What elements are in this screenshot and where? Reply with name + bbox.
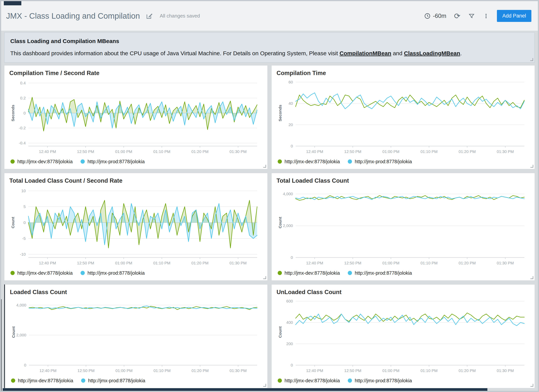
- svg-text:01:20 PM: 01:20 PM: [459, 368, 476, 373]
- legend-item-dev[interactable]: http://jmx-dev:8778/jolokia: [10, 159, 72, 164]
- add-panel-button[interactable]: Add Panel: [497, 10, 531, 22]
- svg-text:01:30 PM: 01:30 PM: [230, 149, 247, 154]
- legend-item-prod[interactable]: http://jmx-prod:8778/jolokia: [81, 378, 145, 383]
- svg-text:Count: Count: [278, 326, 282, 338]
- legend-item-prod[interactable]: http://jmx-prod:8778/jolokia: [348, 270, 412, 276]
- panel-title: Total Loaded Class Count / Second Rate: [9, 177, 262, 184]
- info-body: This dashboard provides information abou…: [10, 50, 529, 57]
- panel-compilation-time: Compilation Time 12:40 PM12:50 PM01:00 P…: [271, 65, 535, 169]
- svg-text:12:40 PM: 12:40 PM: [39, 261, 56, 265]
- svg-text:600: 600: [286, 299, 293, 303]
- legend-item-dev[interactable]: http://jmx-dev:8778/jolokia: [278, 159, 340, 164]
- panel-compilation-time-rate: Compilation Time / Second Rate 12:40 PM1…: [4, 65, 268, 169]
- panel-title: UnLoaded Class Count: [277, 289, 530, 296]
- legend-item-prod[interactable]: http://jmx-prod:8778/jolokia: [348, 159, 412, 164]
- panels-grid: Compilation Time / Second Rate 12:40 PM1…: [4, 65, 535, 388]
- chart-legend: http://jmx-dev:8778/jolokia http://jmx-p…: [277, 156, 530, 167]
- markdown-info-panel: Class Loading and Compilation MBeans Thi…: [4, 32, 535, 63]
- legend-label: http://jmx-prod:8778/jolokia: [355, 378, 412, 383]
- edit-dashboard-icon[interactable]: [146, 12, 153, 20]
- legend-item-prod[interactable]: http://jmx-prod:8778/jolokia: [81, 270, 144, 276]
- compilation-mbean-link[interactable]: CompilationMBean: [340, 50, 391, 56]
- dashboard-header: JMX - Class Loading and Compilation All …: [1, 1, 538, 31]
- svg-text:40: 40: [289, 101, 293, 106]
- svg-text:01:20 PM: 01:20 PM: [192, 368, 209, 373]
- chart-canvas[interactable]: 12:40 PM12:50 PM01:00 PM01:10 PM01:20 PM…: [10, 296, 262, 375]
- svg-text:01:30 PM: 01:30 PM: [230, 261, 247, 265]
- chart-canvas[interactable]: 12:40 PM12:50 PM01:00 PM01:10 PM01:20 PM…: [9, 185, 262, 267]
- legend-item-dev[interactable]: http://jmx-dev:8778/jolokia: [11, 378, 73, 383]
- legend-dot-prod: [348, 378, 352, 383]
- svg-text:01:00 PM: 01:00 PM: [382, 368, 399, 373]
- info-text: This dashboard provides information abou…: [10, 50, 340, 56]
- svg-text:01:30 PM: 01:30 PM: [497, 261, 514, 265]
- resize-handle[interactable]: [263, 276, 266, 279]
- legend-dot-prod: [348, 160, 352, 164]
- page-title: JMX - Class Loading and Compilation: [6, 11, 140, 21]
- svg-text:01:20 PM: 01:20 PM: [191, 149, 209, 154]
- chart-legend: http://jmx-dev:8778/jolokia http://jmx-p…: [9, 156, 262, 167]
- window-edge-artifact-top: [4, 0, 21, 5]
- svg-text:200: 200: [286, 342, 293, 346]
- panel-total-loaded-class-count: Total Loaded Class Count 12:40 PM12:50 P…: [271, 173, 535, 281]
- chart-legend: http://jmx-dev:8778/jolokia http://jmx-p…: [277, 267, 530, 279]
- kebab-menu-button[interactable]: [482, 12, 490, 20]
- svg-text:60: 60: [289, 80, 293, 84]
- legend-label: http://jmx-dev:8778/jolokia: [284, 378, 340, 383]
- resize-handle[interactable]: [263, 384, 266, 387]
- chart-canvas[interactable]: 12:40 PM12:50 PM01:00 PM01:10 PM01:20 PM…: [277, 77, 530, 156]
- resize-handle[interactable]: [530, 165, 533, 168]
- legend-item-prod[interactable]: http://jmx-prod:8778/jolokia: [348, 378, 412, 383]
- svg-text:20: 20: [289, 122, 293, 127]
- filter-button[interactable]: [468, 12, 475, 20]
- svg-text:01:10 PM: 01:10 PM: [421, 368, 438, 373]
- svg-text:12:50 PM: 12:50 PM: [77, 149, 94, 154]
- svg-text:01:00 PM: 01:00 PM: [115, 261, 132, 265]
- svg-text:Seconds: Seconds: [278, 105, 282, 121]
- refresh-button[interactable]: ⟳: [453, 12, 461, 20]
- svg-text:01:00 PM: 01:00 PM: [382, 149, 399, 154]
- resize-handle[interactable]: [530, 276, 533, 279]
- classloading-mbean-link[interactable]: ClassLoadingMBean: [404, 50, 460, 56]
- legend-item-dev[interactable]: http://jmx-dev:8778/jolokia: [10, 270, 72, 276]
- refresh-icon: ⟳: [454, 12, 461, 20]
- svg-text:01:10 PM: 01:10 PM: [153, 261, 170, 265]
- svg-text:0: 0: [291, 255, 293, 260]
- svg-text:01:30 PM: 01:30 PM: [497, 149, 514, 154]
- panel-total-loaded-class-count-rate: Total Loaded Class Count / Second Rate 1…: [4, 173, 268, 281]
- kebab-menu-icon: [483, 13, 489, 19]
- svg-text:5: 5: [24, 204, 26, 209]
- resize-handle[interactable]: [530, 384, 533, 387]
- svg-text:0: 0: [24, 220, 26, 225]
- info-text: .: [460, 50, 462, 56]
- svg-text:12:50 PM: 12:50 PM: [77, 261, 94, 265]
- svg-text:0.2: 0.2: [20, 96, 26, 100]
- svg-text:400: 400: [286, 320, 293, 324]
- svg-text:12:40 PM: 12:40 PM: [306, 149, 323, 154]
- info-heading: Class Loading and Compilation MBeans: [10, 38, 529, 44]
- legend-item-prod[interactable]: http://jmx-prod:8778/jolokia: [81, 159, 144, 164]
- time-range-value: -60m: [433, 13, 447, 19]
- panel-title: Total Loaded Class Count: [277, 177, 530, 184]
- resize-handle[interactable]: [530, 58, 533, 61]
- svg-text:-0.4: -0.4: [19, 141, 26, 145]
- svg-text:01:10 PM: 01:10 PM: [153, 149, 170, 154]
- svg-text:01:10 PM: 01:10 PM: [421, 149, 438, 154]
- svg-text:01:20 PM: 01:20 PM: [459, 261, 476, 265]
- resize-handle[interactable]: [263, 165, 266, 168]
- svg-text:12:40 PM: 12:40 PM: [306, 368, 323, 373]
- legend-dot-dev: [278, 160, 282, 164]
- panel-title: Compilation Time / Second Rate: [9, 70, 262, 77]
- legend-item-dev[interactable]: http://jmx-dev:8778/jolokia: [278, 378, 340, 383]
- svg-text:-0.2: -0.2: [19, 126, 26, 130]
- legend-dot-dev: [278, 378, 282, 383]
- svg-text:Count: Count: [11, 217, 15, 228]
- chart-canvas[interactable]: 12:40 PM12:50 PM01:00 PM01:10 PM01:20 PM…: [9, 77, 262, 156]
- chart-canvas[interactable]: 12:40 PM12:50 PM01:00 PM01:10 PM01:20 PM…: [277, 296, 530, 375]
- legend-item-dev[interactable]: http://jmx-dev:8778/jolokia: [278, 270, 340, 276]
- legend-label: http://jmx-dev:8778/jolokia: [18, 378, 73, 383]
- svg-text:12:50 PM: 12:50 PM: [344, 149, 361, 154]
- svg-text:12:50 PM: 12:50 PM: [344, 368, 361, 373]
- chart-canvas[interactable]: 12:40 PM12:50 PM01:00 PM01:10 PM01:20 PM…: [277, 185, 530, 267]
- time-range-picker[interactable]: -60m: [424, 13, 447, 19]
